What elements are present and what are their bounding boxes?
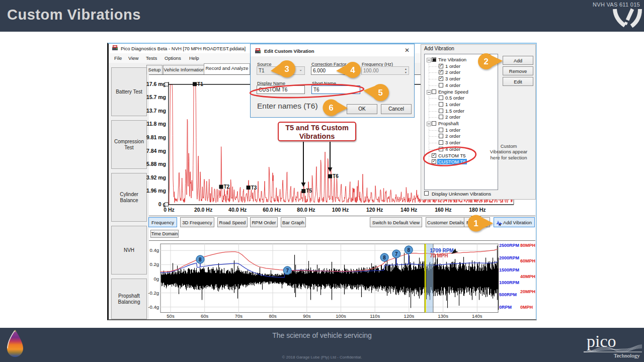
callout-5: 5 [363, 84, 389, 101]
callout-6: 6 [323, 100, 348, 116]
callout-1: 1 [468, 215, 494, 232]
annotation-arrow [301, 142, 306, 187]
svg-text:2: 2 [484, 57, 488, 66]
callout-4: 4 [336, 62, 361, 78]
slide: Custom Vibrations NVH VAS 611 015 Pico D… [0, 0, 644, 362]
svg-text:6: 6 [329, 103, 333, 113]
annotation-arrow [328, 142, 333, 172]
annotation-ellipse [423, 145, 477, 168]
svg-text:4: 4 [350, 65, 355, 75]
callout-2: 2 [478, 53, 503, 69]
svg-text:1: 1 [473, 219, 478, 228]
svg-text:3: 3 [284, 64, 289, 74]
annotation-overlay: 123456 [0, 0, 644, 362]
annotation-ellipse [250, 83, 364, 100]
svg-text:5: 5 [378, 88, 382, 98]
callout-3: 3 [271, 60, 295, 77]
